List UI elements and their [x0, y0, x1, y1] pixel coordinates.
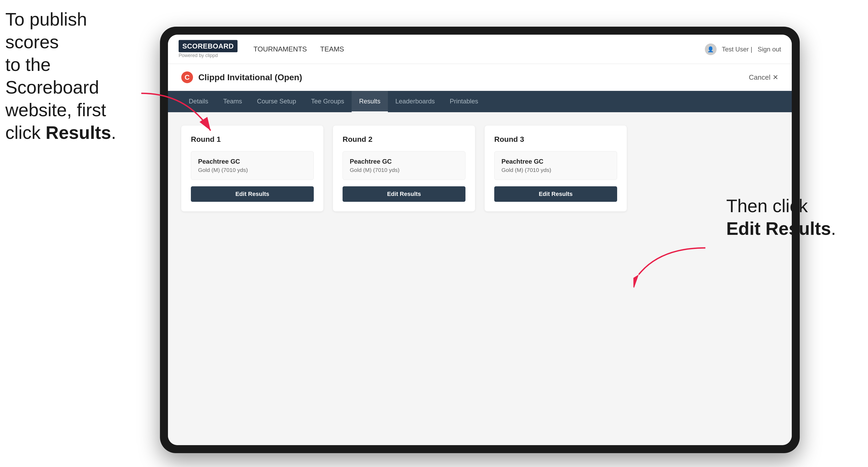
top-nav-links: TOURNAMENTS TEAMS	[253, 42, 705, 56]
instruction-right: Then click Edit Results.	[726, 195, 836, 240]
top-nav-right: 👤 Test User | Sign out	[705, 43, 781, 55]
tournament-name: Clippd Invitational (Open)	[198, 72, 302, 82]
round-2-edit-results-button[interactable]: Edit Results	[343, 186, 465, 202]
round-2-course-name: Peachtree GC	[350, 158, 458, 165]
instruction-line1: To publish scores	[5, 9, 87, 52]
round-3-card: Round 3 Peachtree GC Gold (M) (7010 yds)…	[485, 126, 627, 211]
instruction-line4-prefix: click	[5, 122, 45, 143]
main-content: Round 1 Peachtree GC Gold (M) (7010 yds)…	[168, 112, 792, 445]
round-1-card: Round 1 Peachtree GC Gold (M) (7010 yds)…	[181, 126, 323, 211]
nav-tournaments[interactable]: TOURNAMENTS	[253, 42, 307, 56]
instruction-left: To publish scores to the Scoreboard webs…	[5, 8, 138, 144]
round-3-course-name: Peachtree GC	[501, 158, 610, 165]
rounds-grid: Round 1 Peachtree GC Gold (M) (7010 yds)…	[181, 126, 778, 211]
round-3-course: Peachtree GC Gold (M) (7010 yds)	[494, 151, 617, 180]
round-1-course-name: Peachtree GC	[198, 158, 307, 165]
round-1-edit-results-button[interactable]: Edit Results	[191, 186, 314, 202]
user-avatar: 👤	[705, 43, 717, 55]
tab-tee-groups[interactable]: Tee Groups	[304, 91, 352, 112]
round-1-title: Round 1	[191, 135, 314, 144]
instruction-line3: website, first	[5, 100, 106, 120]
instruction-edit-results-bold: Edit Results	[726, 218, 831, 239]
sub-nav: Details Teams Course Setup Tee Groups Re…	[168, 91, 792, 112]
sign-out[interactable]: Sign out	[757, 45, 781, 53]
instruction-right-period: .	[831, 218, 836, 239]
round-2-card: Round 2 Peachtree GC Gold (M) (7010 yds)…	[333, 126, 475, 211]
round-2-course-details: Gold (M) (7010 yds)	[350, 167, 458, 173]
tablet-frame: SCOREBOARD Powered by clippd TOURNAMENTS…	[160, 27, 800, 453]
tab-details[interactable]: Details	[181, 91, 216, 112]
nav-teams[interactable]: TEAMS	[320, 42, 344, 56]
tab-leaderboards[interactable]: Leaderboards	[388, 91, 442, 112]
logo-area: SCOREBOARD Powered by clippd	[179, 40, 238, 58]
tab-printables[interactable]: Printables	[442, 91, 486, 112]
instruction-line2: to the Scoreboard	[5, 54, 99, 97]
instruction-then-click: Then click	[726, 196, 808, 216]
top-nav: SCOREBOARD Powered by clippd TOURNAMENTS…	[168, 35, 792, 64]
round-1-course-details: Gold (M) (7010 yds)	[198, 167, 307, 173]
close-icon: ✕	[773, 73, 778, 82]
round-1-course: Peachtree GC Gold (M) (7010 yds)	[191, 151, 314, 180]
logo: SCOREBOARD	[179, 40, 238, 52]
instruction-results-bold: Results	[45, 122, 111, 143]
cancel-label: Cancel	[749, 73, 770, 82]
tournament-header: C Clippd Invitational (Open) Cancel ✕	[168, 64, 792, 91]
round-3-edit-results-button[interactable]: Edit Results	[494, 186, 617, 202]
logo-sub: Powered by clippd	[179, 53, 238, 58]
tab-teams[interactable]: Teams	[216, 91, 250, 112]
tab-results[interactable]: Results	[352, 91, 388, 112]
instruction-period: .	[111, 122, 116, 143]
tablet-screen: SCOREBOARD Powered by clippd TOURNAMENTS…	[168, 35, 792, 445]
tab-course-setup[interactable]: Course Setup	[250, 91, 304, 112]
round-2-course: Peachtree GC Gold (M) (7010 yds)	[343, 151, 465, 180]
round-3-title: Round 3	[494, 135, 617, 144]
tournament-icon: C	[181, 71, 193, 83]
round-3-course-details: Gold (M) (7010 yds)	[501, 167, 610, 173]
round-2-title: Round 2	[343, 135, 465, 144]
cancel-button[interactable]: Cancel ✕	[749, 73, 778, 82]
user-name: Test User |	[722, 45, 752, 53]
tournament-title: C Clippd Invitational (Open)	[181, 71, 302, 83]
